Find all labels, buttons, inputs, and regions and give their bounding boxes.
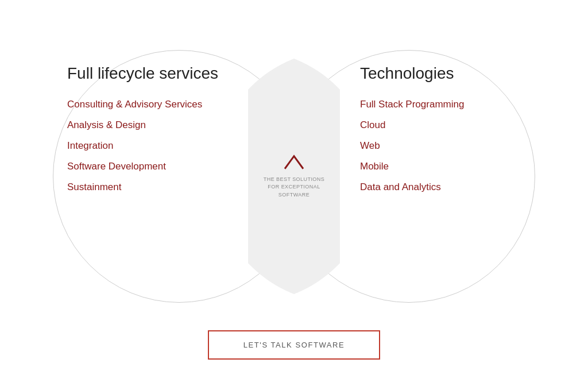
right-content: Technologies Full Stack Programming Clou…	[360, 64, 521, 193]
left-content: Full lifecycle services Consulting & Adv…	[67, 64, 239, 193]
list-item: Software Development	[67, 161, 239, 172]
list-item: Mobile	[360, 161, 521, 172]
left-items-list: Consulting & Advisory Services Analysis …	[67, 99, 239, 193]
cta-area: LET'S TALK SOFTWARE	[208, 330, 380, 360]
list-item: Web	[360, 140, 521, 152]
center-tagline: THE BEST SOLUTIONS FOR EXCEPTIONAL SOFTW…	[254, 175, 334, 199]
list-item: Data and Analytics	[360, 182, 521, 193]
right-items-list: Full Stack Programming Cloud Web Mobile …	[360, 99, 521, 193]
list-item: Full Stack Programming	[360, 99, 521, 110]
main-container: Full lifecycle services Consulting & Adv…	[0, 0, 588, 386]
center-content: THE BEST SOLUTIONS FOR EXCEPTIONAL SOFTW…	[254, 153, 334, 199]
right-title: Technologies	[360, 64, 521, 83]
chevron-logo	[254, 153, 334, 169]
list-item: Analysis & Design	[67, 119, 239, 131]
list-item: Cloud	[360, 119, 521, 131]
list-item: Consulting & Advisory Services	[67, 99, 239, 110]
list-item: Integration	[67, 140, 239, 152]
cta-button[interactable]: LET'S TALK SOFTWARE	[208, 330, 380, 360]
venn-diagram: Full lifecycle services Consulting & Adv…	[36, 27, 552, 326]
list-item: Sustainment	[67, 182, 239, 193]
left-title: Full lifecycle services	[67, 64, 239, 83]
